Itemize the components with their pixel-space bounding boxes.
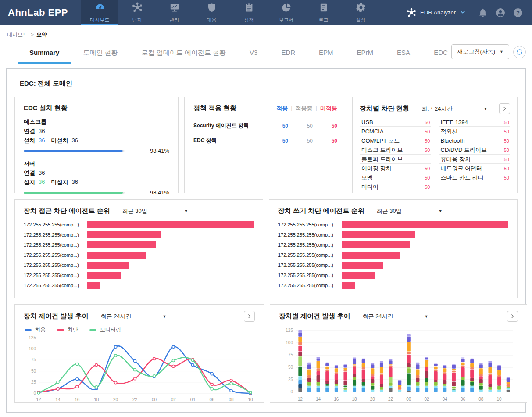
tab-로컬 업데이트 에이전트 현황[interactable]: 로컬 업데이트 에이전트 현황 [130,49,238,64]
device-trend-more-button[interactable] [507,311,518,322]
block-period-dropdown[interactable]: 최근 24시간 ▼ [421,105,487,113]
rank-bar[interactable] [342,282,355,289]
rank-bar[interactable] [87,262,129,269]
rank-agent-label[interactable]: 172.255.255.255(comp...) [278,232,342,237]
block-row: 모뎀50 [360,173,431,182]
block-row: 스마트 카드 리더50 [439,173,511,182]
tab-V3[interactable]: V3 [238,49,269,64]
device-block-count[interactable]: 50 [425,129,430,134]
nav-item-탐지[interactable]: 탐지 [118,0,156,25]
nav-item-보고서[interactable]: 보고서 [268,0,305,25]
refresh-mode-dropdown[interactable]: 새로고침(자동) ▼ [451,44,509,59]
device-block-count[interactable]: 50 [504,129,509,134]
rank-bar[interactable] [342,231,415,238]
rank-agent-label[interactable]: 172.255.255.255(comp...) [24,262,87,268]
device-block-count[interactable]: 50 [425,184,430,190]
nav-item-대응[interactable]: 대응 [193,0,230,25]
clipboard-icon [244,2,254,14]
rank-agent-label[interactable]: 172.255.255.255(comp...) [24,283,87,288]
device-block-count[interactable]: 50 [425,166,430,171]
device-block-count[interactable]: 50 [504,157,509,162]
dropdown-caret-icon: ▼ [163,314,167,319]
tab-도메인 현황[interactable]: 도메인 현황 [71,49,129,64]
device-trend-period-dropdown[interactable]: 최근 24시간 ▼ [363,313,428,320]
nav-item-설정[interactable]: 설정 [342,0,379,25]
legend-허용: 허용 [25,326,46,334]
device-block-count[interactable]: 50 [504,147,509,153]
rank-bar[interactable] [87,282,100,289]
nav-item-정책[interactable]: 정책 [230,0,268,25]
rank-agent-label[interactable]: 172.255.255.255(comp...) [24,232,87,237]
rank-bar[interactable] [342,252,400,259]
breadcrumb: 대시보드>요약 [0,25,532,43]
rank-bar[interactable] [87,241,156,248]
svg-text:50: 50 [288,365,293,370]
tab-Summary[interactable]: Summary [18,49,71,64]
rank-bar[interactable] [87,252,146,259]
rank-bar[interactable] [87,221,254,228]
rank-agent-label[interactable]: 172.255.255.255(comp...) [24,252,87,258]
rank-bar-track [342,282,508,289]
rank-bar-row: 172.255.255.255(comp...) [278,282,508,289]
rank-agent-label[interactable]: 172.255.255.255(comp...) [278,222,342,227]
tab-EPrM[interactable]: EPrM [345,49,386,64]
device-block-count[interactable]: 50 [425,175,430,180]
tab-ESA[interactable]: ESA [385,49,422,64]
device-block-count[interactable]: 50 [425,120,430,125]
rank-agent-label[interactable]: 172.255.255.255(comp...) [24,273,87,278]
topnav-right: EDR Analyzer ? [406,0,532,25]
breadcrumb-parent[interactable]: 대시보드 [7,32,28,38]
svg-text:18: 18 [352,397,357,402]
policy-not-applied-count[interactable]: 50 [313,138,337,144]
device-name: USB [361,119,373,126]
device-block-count[interactable]: - [428,157,430,162]
control-trend-period-dropdown[interactable]: 최근 24시간 ▼ [101,313,167,320]
rank-bar[interactable] [342,272,375,279]
notifications-bell-icon[interactable] [478,7,488,18]
rank-bar[interactable] [342,262,383,269]
rank-agent-label[interactable]: 172.255.255.255(comp...) [24,242,87,248]
svg-text:06: 06 [461,397,466,402]
rank-bar[interactable] [87,231,161,238]
policy-applied-count[interactable]: 50 [264,138,288,144]
policy-applied-count[interactable]: 50 [264,123,288,129]
tab-EDR[interactable]: EDR [269,49,307,64]
tab-EPM[interactable]: EPM [307,49,345,64]
write-rank-period-dropdown[interactable]: 최근 30일 ▼ [377,207,443,215]
nav-item-로그[interactable]: 로그 [305,0,342,25]
refresh-button[interactable] [513,46,526,58]
device-block-count[interactable]: 50 [425,147,430,153]
gauge-icon [95,2,105,14]
rank-agent-label[interactable]: 172.255.255.255(comp...) [278,283,342,288]
legend-모니터링: 모니터링 [89,326,121,334]
nav-item-대시보드[interactable]: 대시보드 [81,0,118,25]
rank-bar[interactable] [342,241,410,248]
rank-bar[interactable] [342,221,508,228]
device-block-count[interactable]: 50 [504,175,509,180]
device-block-count[interactable]: 50 [504,138,509,144]
block-card-more-button[interactable] [499,103,510,114]
rank-bar-track [87,262,254,269]
device-name: 디스크 드라이브 [361,146,403,154]
nav-item-관리[interactable]: 관리 [156,0,193,25]
policy-not-applied-count[interactable]: 50 [313,123,337,129]
policy-applying-count[interactable]: 50 [288,138,313,144]
rank-bar[interactable] [87,272,121,279]
rank-bar-track [342,252,508,259]
help-icon[interactable]: ? [513,7,523,18]
device-name: CD/DVD 드라이브 [441,146,487,154]
product-selector[interactable]: EDR Analyzer [406,7,466,18]
rank-agent-label[interactable]: 172.255.255.255(comp...) [278,262,342,268]
rank-agent-label[interactable]: 172.255.255.255(comp...) [24,222,87,227]
device-trend-title: 장치별 제어건 발생 추이 [279,312,350,320]
account-icon[interactable] [495,7,506,18]
policy-applying-count[interactable]: 50 [288,123,313,129]
device-block-count[interactable]: 50 [425,138,430,144]
access-rank-period-dropdown[interactable]: 최근 30일 ▼ [122,207,188,215]
rank-agent-label[interactable]: 172.255.255.255(comp...) [278,242,342,248]
device-block-count[interactable]: 50 [504,120,509,125]
rank-agent-label[interactable]: 172.255.255.255(comp...) [278,252,342,258]
device-block-count[interactable]: 50 [504,166,509,171]
rank-agent-label[interactable]: 172.255.255.255(comp...) [278,273,342,278]
control-trend-more-button[interactable] [244,311,255,322]
